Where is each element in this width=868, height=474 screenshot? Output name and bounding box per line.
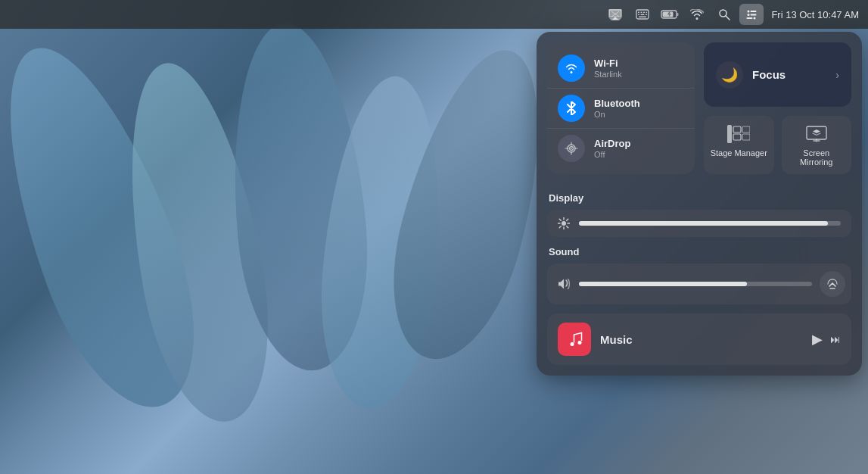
svg-point-16 (748, 11, 750, 13)
cc-focus-chevron-icon: › (835, 69, 839, 81)
svg-rect-21 (747, 17, 753, 19)
cc-sound-volume-icon (558, 279, 571, 289)
cc-music-play-button[interactable]: ▶ (812, 331, 823, 348)
svg-point-31 (562, 221, 566, 226)
cc-top-grid: Wi-Fi Starlink Bluetooth On (547, 42, 851, 183)
cc-sound-slider-track[interactable] (579, 282, 812, 286)
cc-wifi-text: Wi-Fi Starlink (594, 58, 622, 79)
cc-sound-section: Sound (547, 246, 851, 304)
cc-sound-slider-fill (579, 282, 747, 286)
menubar-datetime[interactable]: Fri 13 Oct 10:47 AM (771, 9, 859, 20)
cc-focus-item[interactable]: 🌙 Focus › (704, 42, 851, 107)
search-menubar-icon[interactable] (712, 4, 736, 25)
menubar-status-icons (603, 4, 764, 25)
svg-line-15 (726, 16, 730, 20)
wifi-menubar-icon[interactable] (685, 4, 709, 25)
cc-music-section[interactable]: Music ▶ ⏭ (547, 313, 851, 365)
svg-rect-5 (643, 12, 645, 14)
svg-rect-25 (727, 125, 732, 143)
cc-bluetooth-icon (558, 95, 585, 122)
svg-rect-26 (733, 126, 741, 133)
cc-right-column: 🌙 Focus › Stage Mana (704, 42, 851, 174)
svg-rect-17 (751, 11, 757, 12)
svg-point-18 (748, 14, 750, 16)
cc-display-slider-track[interactable] (579, 221, 841, 226)
cc-music-app-label: Music (600, 333, 803, 346)
svg-rect-13 (677, 13, 679, 16)
cc-sound-airplay-button[interactable] (820, 271, 845, 297)
battery-menubar-icon[interactable] (658, 4, 682, 25)
menubar-date: Fri 13 Oct 10:47 AM (771, 9, 859, 20)
cc-display-label: Display (547, 192, 851, 204)
cc-bluetooth-text: Bluetooth On (594, 98, 640, 119)
svg-rect-3 (638, 12, 639, 14)
airplay-menubar-icon[interactable] (603, 4, 627, 25)
cc-wifi-item[interactable]: Wi-Fi Starlink (547, 48, 695, 89)
cc-airdrop-subtitle: Off (594, 150, 630, 159)
svg-rect-4 (641, 12, 642, 14)
cc-music-app-icon (558, 323, 591, 356)
control-center-panel: Wi-Fi Starlink Bluetooth On (537, 32, 862, 376)
svg-rect-28 (742, 126, 750, 133)
cc-bluetooth-title: Bluetooth (594, 98, 640, 109)
svg-rect-19 (751, 14, 757, 16)
cc-stage-manager-icon (726, 123, 751, 145)
keyboard-menubar-icon[interactable] (630, 4, 655, 25)
cc-sound-label: Sound (547, 246, 851, 257)
svg-rect-9 (646, 14, 647, 16)
cc-music-forward-button[interactable]: ⏭ (830, 333, 841, 345)
svg-line-38 (567, 219, 568, 220)
svg-rect-27 (733, 134, 741, 140)
cc-connectivity-group: Wi-Fi Starlink Bluetooth On (547, 42, 695, 174)
menubar: Fri 13 Oct 10:47 AM (0, 0, 868, 29)
cc-screen-mirroring-item[interactable]: Screen Mirroring (782, 116, 852, 174)
cc-wifi-title: Wi-Fi (594, 58, 622, 69)
svg-rect-6 (646, 12, 648, 14)
svg-rect-7 (638, 14, 639, 16)
cc-music-controls: ▶ ⏭ (812, 331, 841, 348)
cc-airdrop-title: AirDrop (594, 138, 630, 149)
cc-airdrop-item[interactable]: AirDrop Off (547, 129, 695, 168)
cc-focus-moon-icon: 🌙 (716, 61, 743, 89)
svg-rect-8 (641, 14, 645, 16)
svg-line-39 (559, 226, 561, 228)
cc-display-slider-row (547, 210, 851, 237)
cc-sound-slider-row (547, 264, 851, 304)
svg-line-37 (567, 226, 568, 228)
svg-rect-10 (639, 17, 646, 18)
control-center-menubar-icon[interactable] (739, 4, 764, 25)
svg-rect-29 (742, 134, 750, 140)
cc-focus-label: Focus (752, 68, 826, 81)
cc-stage-manager-label: Stage Manager (711, 148, 767, 157)
cc-screen-mirroring-icon (804, 123, 829, 145)
cc-wifi-subtitle: Starlink (594, 70, 622, 79)
svg-point-24 (571, 148, 572, 149)
cc-bluetooth-subtitle: On (594, 110, 640, 119)
cc-stage-manager-item[interactable]: Stage Manager (704, 116, 774, 174)
cc-shortcuts-group: Stage Manager Screen Mirroring (704, 116, 851, 174)
cc-bluetooth-item[interactable]: Bluetooth On (547, 89, 695, 129)
cc-airdrop-text: AirDrop Off (594, 138, 630, 159)
cc-airdrop-icon (558, 135, 585, 162)
cc-display-section: Display (547, 192, 851, 237)
cc-screen-mirroring-label: Screen Mirroring (788, 148, 846, 167)
svg-point-20 (754, 17, 756, 20)
cc-display-slider-fill (579, 221, 828, 226)
cc-display-brightness-icon (558, 217, 571, 229)
cc-wifi-icon (558, 55, 585, 82)
svg-line-36 (559, 219, 561, 220)
